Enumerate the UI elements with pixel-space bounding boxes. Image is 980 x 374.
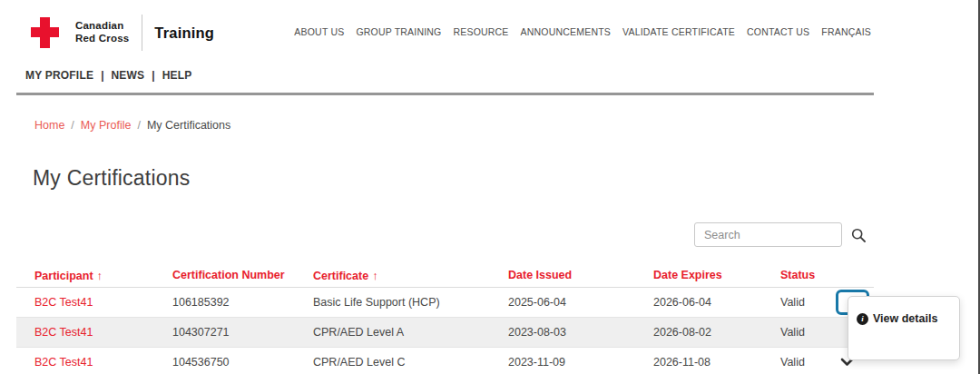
breadcrumb-current: My Certifications [147,119,230,132]
status-cell: Valid [780,356,837,369]
table-row: B2C Test41 104307271 CPR/AED Level A 202… [16,318,874,348]
brand-logo[interactable]: Canadian Red Cross Training [31,15,214,51]
header-divider [16,93,874,95]
certificate-cell: CPR/AED Level A [313,326,508,339]
org-name: Canadian Red Cross [75,20,129,45]
page-title: My Certifications [33,166,190,191]
date-issued-cell: 2023-11-09 [508,356,653,369]
table-row: B2C Test41 106185392 Basic Life Support … [16,288,874,318]
view-details-menu-item[interactable]: View details [857,312,959,325]
date-expires-cell: 2026-08-02 [653,326,780,339]
nav-francais[interactable]: FRANÇAIS [821,26,871,37]
column-header-date-issued[interactable]: Date Issued [508,269,653,281]
date-expires-cell: 2026-11-08 [653,356,780,369]
page: Canadian Red Cross Training ABOUT US GRO… [0,0,980,374]
info-icon [857,313,868,325]
user-nav-separator: | [101,69,103,82]
table-row: B2C Test41 104536750 CPR/AED Level C 202… [16,348,874,374]
date-issued-cell: 2023-08-03 [508,326,653,339]
status-cell: Valid [780,326,837,339]
red-cross-icon [31,17,59,48]
participant-cell: B2C Test41 [16,326,172,339]
breadcrumb-home[interactable]: Home [34,119,64,132]
date-issued-cell: 2025-06-04 [508,296,653,309]
nav-validate-certificate[interactable]: VALIDATE CERTIFICATE [622,26,735,37]
certification-number-cell: 104536750 [172,356,313,369]
org-name-line1: Canadian [75,20,129,33]
nav-resource[interactable]: RESOURCE [453,26,508,37]
participant-cell: B2C Test41 [16,356,172,369]
search-icon [851,228,866,242]
breadcrumb-separator: / [137,119,140,132]
column-header-certificate[interactable]: Certificate [313,269,508,282]
search-button[interactable] [851,228,866,242]
row-actions-menu: View details [848,296,960,360]
user-nav-my-profile[interactable]: MY PROFILE [25,69,93,82]
participant-link[interactable]: B2C Test41 [34,356,93,369]
certifications-table: Participant Certification Number Certifi… [16,263,874,374]
user-nav-news[interactable]: NEWS [111,69,144,82]
status-cell: Valid [780,296,837,309]
date-expires-cell: 2026-06-04 [653,296,780,309]
breadcrumb-separator: / [71,119,74,132]
search-input[interactable] [694,222,842,247]
nav-about-us[interactable]: ABOUT US [294,26,344,37]
sort-asc-icon [372,269,378,282]
org-name-line2: Red Cross [75,33,129,45]
participant-link[interactable]: B2C Test41 [34,296,93,309]
participant-cell: B2C Test41 [16,296,172,309]
column-header-participant[interactable]: Participant [16,269,172,282]
certificate-cell: CPR/AED Level C [313,356,508,369]
nav-contact-us[interactable]: CONTACT US [747,26,809,37]
top-nav: ABOUT US GROUP TRAINING RESOURCE ANNOUNC… [294,26,871,37]
sort-asc-icon [97,269,103,282]
view-details-label: View details [873,312,937,325]
certification-number-cell: 106185392 [172,296,313,309]
participant-link[interactable]: B2C Test41 [34,326,93,339]
certificate-cell: Basic Life Support (HCP) [313,296,508,309]
site-name: Training [154,25,214,42]
user-nav-help[interactable]: HELP [162,69,192,82]
nav-group-training[interactable]: GROUP TRAINING [356,26,441,37]
breadcrumb: Home / My Profile / My Certifications [34,119,230,132]
column-header-certification-number[interactable]: Certification Number [172,269,313,281]
breadcrumb-my-profile[interactable]: My Profile [81,119,132,132]
user-nav: MY PROFILE | NEWS | HELP [25,69,191,82]
column-header-date-expires[interactable]: Date Expires [653,269,780,281]
user-nav-separator: | [152,69,154,82]
certification-number-cell: 104307271 [172,326,313,339]
search-bar [694,222,866,247]
logo-divider [142,15,142,51]
table-header-row: Participant Certification Number Certifi… [16,263,874,288]
nav-announcements[interactable]: ANNOUNCEMENTS [521,26,611,37]
column-header-status[interactable]: Status [780,269,837,281]
